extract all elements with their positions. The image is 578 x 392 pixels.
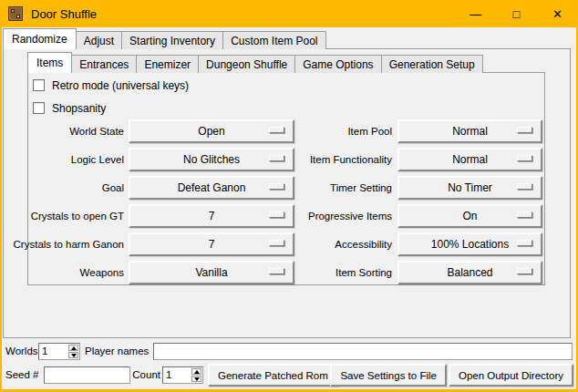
- dropdown-indicator-icon: [269, 240, 284, 246]
- tab-adjust[interactable]: Adjust: [76, 31, 122, 49]
- world-state-dropdown[interactable]: Open: [129, 119, 294, 143]
- dropdown-indicator-icon: [517, 268, 532, 274]
- item-pool-value: Normal: [452, 125, 488, 138]
- count-label: Count: [132, 368, 160, 381]
- goal-dropdown[interactable]: Defeat Ganon: [129, 176, 294, 200]
- seed-input[interactable]: [44, 366, 130, 384]
- shopsanity-label: Shopsanity: [52, 102, 106, 115]
- logic-level-value: No Glitches: [183, 153, 240, 166]
- tab-custom-item-pool[interactable]: Custom Item Pool: [222, 31, 325, 49]
- minimize-icon: —: [470, 8, 481, 20]
- generate-patched-rom-button[interactable]: Generate Patched Rom: [208, 364, 338, 387]
- close-button[interactable]: ✕: [537, 0, 578, 27]
- item-functionality-label: Item Functionality: [310, 153, 392, 166]
- tab-entrances[interactable]: Entrances: [71, 55, 137, 73]
- player-names-label: Player names: [85, 345, 149, 357]
- item-pool-label: Item Pool: [347, 125, 392, 138]
- main-tab-bar: Randomize Adjust Starting Inventory Cust…: [3, 28, 325, 49]
- worlds-label: Worlds: [5, 345, 38, 357]
- open-output-directory-label: Open Output Directory: [459, 370, 563, 381]
- dropdown-indicator-icon: [269, 183, 284, 190]
- crystals-open-gt-value: 7: [209, 210, 215, 222]
- accessibility-value: 100% Locations: [431, 238, 509, 251]
- count-spin-up[interactable]: [191, 368, 201, 375]
- timer-setting-dropdown[interactable]: No Timer: [397, 176, 542, 200]
- maximize-icon: □: [513, 8, 521, 20]
- settings-tab-bar: Items Entrances Enemizer Dungeon Shuffle…: [27, 52, 482, 73]
- tab-game-options[interactable]: Game Options: [294, 55, 381, 73]
- maximize-button[interactable]: □: [496, 0, 537, 27]
- weapons-value: Vanilla: [195, 266, 227, 279]
- tab-enemizer-label: Enemizer: [144, 58, 191, 71]
- spin-up-icon: [71, 346, 77, 350]
- tab-game-options-label: Game Options: [303, 58, 373, 71]
- tab-items[interactable]: Items: [27, 52, 72, 73]
- shopsanity-checkbox[interactable]: [33, 102, 45, 114]
- dropdown-indicator-icon: [269, 127, 284, 133]
- spin-down-icon: [194, 377, 200, 381]
- minimize-button[interactable]: —: [455, 0, 496, 27]
- generate-patched-rom-label: Generate Patched Rom: [218, 370, 328, 381]
- world-state-label: World State: [69, 125, 124, 138]
- count-spinbox[interactable]: 1: [162, 366, 203, 384]
- worlds-spinbox[interactable]: 1: [38, 343, 80, 360]
- accessibility-dropdown[interactable]: 100% Locations: [397, 232, 542, 256]
- tab-adjust-label: Adjust: [84, 35, 114, 47]
- worlds-spin-up[interactable]: [68, 345, 78, 351]
- player-names-input[interactable]: [153, 343, 573, 360]
- seed-label: Seed #: [5, 368, 38, 381]
- tab-enemizer[interactable]: Enemizer: [136, 55, 199, 73]
- progressive-items-dropdown[interactable]: On: [397, 204, 542, 228]
- spin-up-icon: [194, 370, 200, 374]
- tab-custom-item-pool-label: Custom Item Pool: [231, 35, 317, 47]
- dropdown-indicator-icon: [517, 155, 532, 161]
- worlds-value: 1: [39, 344, 67, 359]
- logic-level-dropdown[interactable]: No Glitches: [129, 148, 294, 171]
- save-settings-label: Save Settings to File: [340, 370, 436, 381]
- output-buttons-group: Save Settings to File Open Output Direct…: [330, 364, 573, 387]
- timer-setting-label: Timer Setting: [330, 181, 392, 194]
- item-sorting-dropdown[interactable]: Balanced: [397, 261, 542, 284]
- tab-starting-inventory-label: Starting Inventory: [129, 35, 215, 47]
- tab-dungeon-shuffle[interactable]: Dungeon Shuffle: [198, 55, 295, 73]
- window-border-left: [0, 0, 2, 392]
- timer-setting-value: No Timer: [448, 181, 492, 194]
- door-icon: [8, 6, 23, 21]
- item-sorting-value: Balanced: [447, 266, 492, 279]
- crystals-harm-ganon-label: Crystals to harm Ganon: [14, 238, 124, 251]
- spin-down-icon: [71, 354, 77, 357]
- tab-generation-setup[interactable]: Generation Setup: [381, 55, 483, 73]
- retro-mode-label: Retro mode (universal keys): [52, 79, 189, 92]
- tab-generation-setup-label: Generation Setup: [389, 58, 475, 71]
- item-functionality-value: Normal: [452, 153, 488, 166]
- worlds-spin-down[interactable]: [68, 352, 78, 358]
- window-title: Door Shuffle: [31, 7, 97, 21]
- weapons-label: Weapons: [80, 266, 124, 279]
- crystals-open-gt-label: Crystals to open GT: [31, 210, 124, 222]
- window-controls: — □ ✕: [455, 0, 578, 27]
- crystals-harm-ganon-value: 7: [209, 238, 215, 251]
- tab-dungeon-shuffle-label: Dungeon Shuffle: [206, 58, 287, 71]
- close-icon: ✕: [552, 8, 563, 20]
- count-spin-down[interactable]: [191, 376, 201, 382]
- dropdown-indicator-icon: [517, 211, 532, 218]
- item-sorting-label: Item Sorting: [335, 266, 392, 279]
- count-value: 1: [163, 367, 191, 383]
- tab-starting-inventory[interactable]: Starting Inventory: [121, 31, 223, 49]
- tab-randomize-label: Randomize: [12, 33, 67, 46]
- weapons-dropdown[interactable]: Vanilla: [129, 261, 294, 284]
- item-pool-dropdown[interactable]: Normal: [397, 119, 542, 143]
- dropdown-indicator-icon: [517, 240, 532, 246]
- logic-level-label: Logic Level: [71, 153, 124, 166]
- crystals-open-gt-dropdown[interactable]: 7: [129, 204, 294, 228]
- open-output-directory-button[interactable]: Open Output Directory: [449, 364, 573, 387]
- save-settings-button[interactable]: Save Settings to File: [330, 364, 446, 387]
- crystals-harm-ganon-dropdown[interactable]: 7: [129, 232, 294, 256]
- dropdown-indicator-icon: [269, 268, 284, 274]
- door-shuffle-window: Door Shuffle — □ ✕ Randomize Adjust Star…: [0, 0, 578, 392]
- tab-randomize[interactable]: Randomize: [3, 28, 77, 49]
- progressive-items-label: Progressive Items: [308, 210, 392, 222]
- item-functionality-dropdown[interactable]: Normal: [397, 148, 542, 171]
- retro-mode-checkbox[interactable]: [33, 79, 45, 91]
- dropdown-indicator-icon: [517, 183, 532, 190]
